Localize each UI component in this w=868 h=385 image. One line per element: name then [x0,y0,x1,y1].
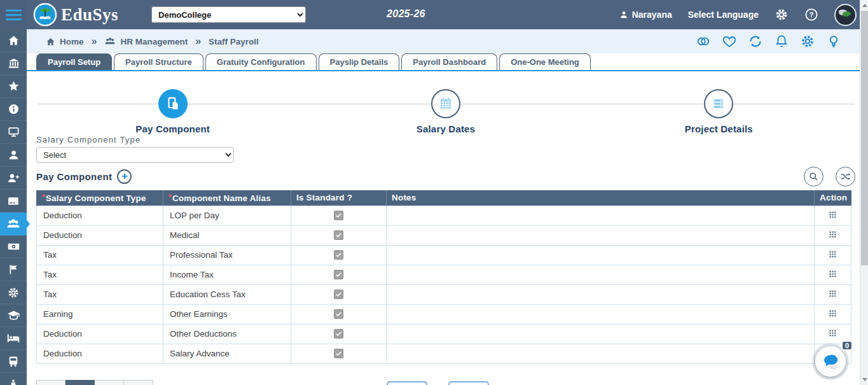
sidebar-item-academics[interactable] [0,304,27,327]
is-standard-checkbox[interactable] [334,270,343,279]
row-action-menu-icon[interactable] [829,290,837,298]
is-standard-checkbox[interactable] [334,349,343,358]
check-icon [335,291,342,298]
row-action-menu-icon[interactable] [829,230,837,239]
sidebar-item-settings[interactable] [0,281,27,304]
search-button[interactable] [804,167,823,186]
check-icon [335,350,342,357]
is-standard-checkbox[interactable] [334,290,343,299]
is-standard-checkbox[interactable] [334,211,343,220]
col-salary-component-type: *Salary Component Type [37,190,163,206]
tab-gratuity-configuration[interactable]: Gratuity Configuration [205,53,317,70]
svg-text:?: ? [809,11,814,18]
shuffle-button[interactable] [836,167,855,186]
table-header-row: *Salary Component Type *Component Name A… [37,190,851,206]
scrollbar-thumb[interactable] [861,11,868,265]
check-icon [335,311,342,318]
sidebar-item-user-add[interactable] [0,167,27,190]
card-icon [7,195,20,207]
scroll-down-arrow[interactable] [860,375,868,384]
favorite-heart-icon[interactable] [722,34,737,49]
help-icon[interactable]: ? [804,8,818,22]
tab-payroll-setup[interactable]: Payroll Setup [36,53,112,70]
pay-component-step-button[interactable] [158,89,188,118]
sidebar-item-transport[interactable] [0,350,27,373]
row-action-menu-icon[interactable] [829,309,837,318]
money-icon [7,240,20,253]
sidebar-item-payroll-money[interactable] [0,235,27,258]
user-menu[interactable]: Narayana [619,10,672,20]
sidebar-item-home[interactable] [0,29,27,52]
required-marker: * [169,193,172,202]
sidebar-item-star[interactable] [0,75,27,98]
table-row: EarningOther Earnings [37,304,851,324]
star-icon [8,80,20,92]
refresh-icon[interactable] [748,34,763,49]
row-action-menu-icon[interactable] [829,270,837,278]
cell-component-alias: Medical [163,225,291,245]
cell-component-alias: Income Tax [163,265,291,284]
check-icon [335,251,342,258]
tab-one-one-meeting[interactable]: One-One Meeting [499,53,591,70]
chat-widget-button[interactable]: 0 [812,343,849,380]
sidebar-item-hostel[interactable] [0,327,27,350]
cell-component-type: Deduction [37,206,163,225]
cell-component-type: Deduction [37,344,163,363]
salary-dates-step-button[interactable] [431,89,460,118]
notifications-bell-icon[interactable] [774,34,789,49]
is-standard-checkbox[interactable] [334,329,343,339]
app-logo: EduSys [33,3,118,27]
breadcrumb-current-page: Staff Payroll [209,37,259,46]
row-action-menu-icon[interactable] [829,211,837,219]
pagination-control[interactable] [36,380,153,385]
profile-avatar[interactable] [834,4,857,26]
settings-gear-icon[interactable] [800,34,815,49]
col-notes: Notes [387,190,815,206]
cell-component-type: Earning [37,304,163,324]
menu-toggle-icon[interactable] [6,7,22,23]
toggle-view-icon[interactable] [696,34,711,49]
tab-payroll-dashboard[interactable]: Payroll Dashboard [401,53,497,70]
sidebar-item-flag[interactable] [0,258,27,281]
page-title: Staff Payroll [209,37,259,46]
tab-payslip-details[interactable]: Payslip Details [319,53,400,70]
sidebar-item-monitor[interactable] [0,121,27,144]
row-action-menu-icon[interactable] [829,329,837,337]
college-select[interactable]: DemoCollege [151,6,306,23]
select-language[interactable]: Select Language [688,10,759,20]
cell-component-type: Tax [37,245,163,265]
row-action-menu-icon[interactable] [829,250,837,258]
save-button-partial[interactable] [387,381,427,385]
is-standard-checkbox[interactable] [334,230,343,240]
info-icon [8,103,20,115]
main-content: Pay Component Salary Dates Project Detai… [27,73,860,385]
bank-icon [8,57,20,69]
sidebar-item-institution[interactable] [0,52,27,75]
salary-component-type-select[interactable]: Select [36,147,234,163]
user-name: Narayana [632,10,672,20]
cell-component-type: Deduction [37,324,163,344]
cell-component-type: Tax [37,284,163,304]
settings-gear-icon[interactable] [775,8,789,22]
lightbulb-icon[interactable] [826,34,841,49]
sidebar-item-info[interactable] [0,98,27,121]
tab-payroll-structure[interactable]: Payroll Structure [114,53,203,70]
cell-notes [387,225,815,245]
sidebar-item-events[interactable] [0,373,27,385]
sidebar-item-hr-users[interactable] [0,213,27,235]
breadcrumb-home[interactable]: Home [46,37,84,46]
is-standard-checkbox[interactable] [334,250,343,260]
add-pay-component-button[interactable]: + [117,169,132,184]
cancel-button-partial[interactable] [448,381,489,385]
cell-notes [387,324,815,344]
sidebar-item-id-card[interactable] [0,190,27,213]
user-icon [619,10,628,19]
project-details-step-button[interactable] [704,89,733,118]
check-icon [335,212,342,219]
breadcrumb-hr-management[interactable]: HR Management [104,36,188,47]
page-scrollbar[interactable] [860,0,868,385]
is-standard-checkbox[interactable] [334,309,343,319]
home-icon [46,37,55,46]
scroll-up-arrow[interactable] [860,1,868,10]
sidebar-item-student[interactable] [0,144,27,167]
